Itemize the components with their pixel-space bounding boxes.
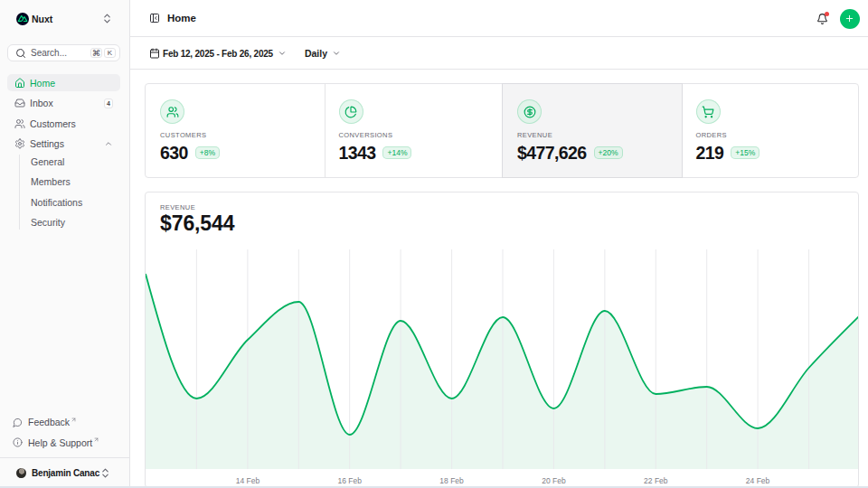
svg-text:18 Feb: 18 Feb bbox=[439, 476, 464, 485]
svg-text:16 Feb: 16 Feb bbox=[337, 476, 362, 485]
svg-text:22 Feb: 22 Feb bbox=[644, 476, 668, 485]
svg-text:24 Feb: 24 Feb bbox=[746, 476, 770, 485]
svg-text:14 Feb: 14 Feb bbox=[236, 476, 260, 485]
svg-text:20 Feb: 20 Feb bbox=[542, 476, 566, 485]
